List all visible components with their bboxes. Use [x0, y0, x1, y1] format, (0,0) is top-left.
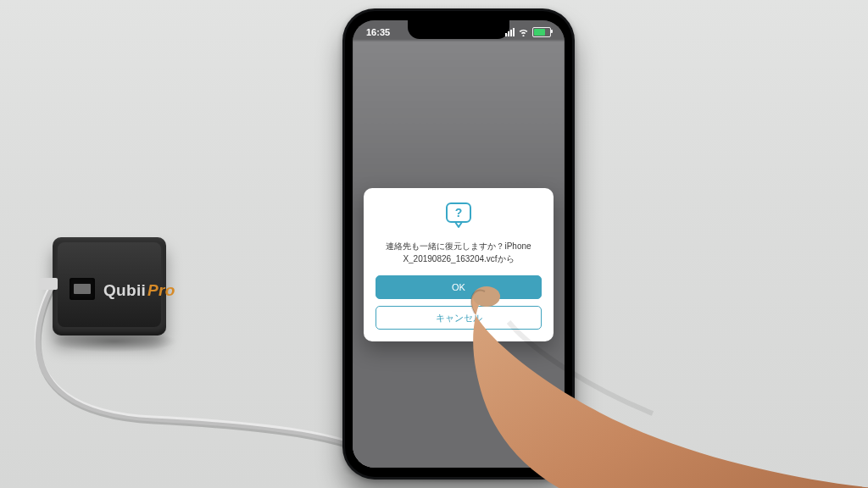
- dialog-message: 連絡先も一緒に復元しますか？iPhone X_20190826_163204.v…: [376, 241, 542, 265]
- status-time: 16:35: [366, 27, 390, 37]
- svg-text:?: ?: [455, 206, 463, 219]
- battery-icon: [532, 27, 551, 37]
- phone-screen: 16:35 ? 連絡先も一緒に復元しますか？iP: [353, 20, 565, 468]
- phone-device: 16:35 ? 連絡先も一緒に復元しますか？iP: [342, 8, 575, 480]
- confirm-button[interactable]: OK: [376, 275, 542, 299]
- cancel-button[interactable]: キャンセル: [376, 306, 542, 330]
- status-bar: 16:35: [353, 22, 565, 42]
- scene: QubiiPro 16:35: [0, 0, 868, 488]
- question-bubble-icon: ?: [442, 202, 476, 232]
- charger-brand-label: QubiiPro: [103, 281, 175, 300]
- brand-text: Qubii: [103, 281, 146, 299]
- usb-port-icon: [70, 278, 95, 300]
- brand-variant: Pro: [147, 281, 175, 299]
- charger-device: QubiiPro: [53, 237, 166, 336]
- wifi-icon: [518, 28, 529, 36]
- restore-contacts-dialog: ? 連絡先も一緒に復元しますか？iPhone X_20190826_163204…: [364, 188, 554, 341]
- signal-icon: [505, 28, 515, 36]
